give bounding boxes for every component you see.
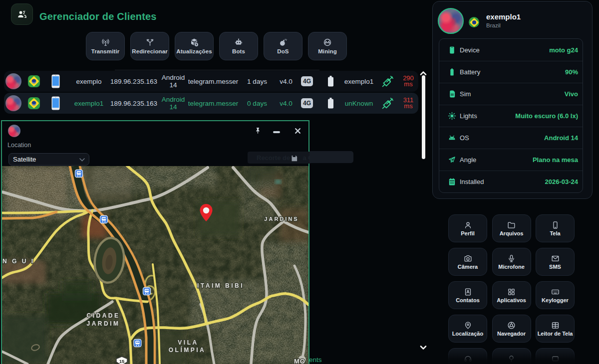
svg-text:CIDADE: CIDADE [86,312,120,319]
svg-text:JARDINS: JARDINS [264,216,299,222]
svg-text:VILA: VILA [178,339,198,346]
svg-text:JARDIM: JARDIM [86,320,120,327]
svg-text:15: 15 [119,359,125,364]
svg-text:N G U I: N G U I [2,258,35,265]
svg-text:ITAIM BIBI: ITAIM BIBI [197,282,244,289]
svg-text:MO: MO [294,358,305,364]
svg-text:OLÍMPIA: OLÍMPIA [169,346,206,354]
